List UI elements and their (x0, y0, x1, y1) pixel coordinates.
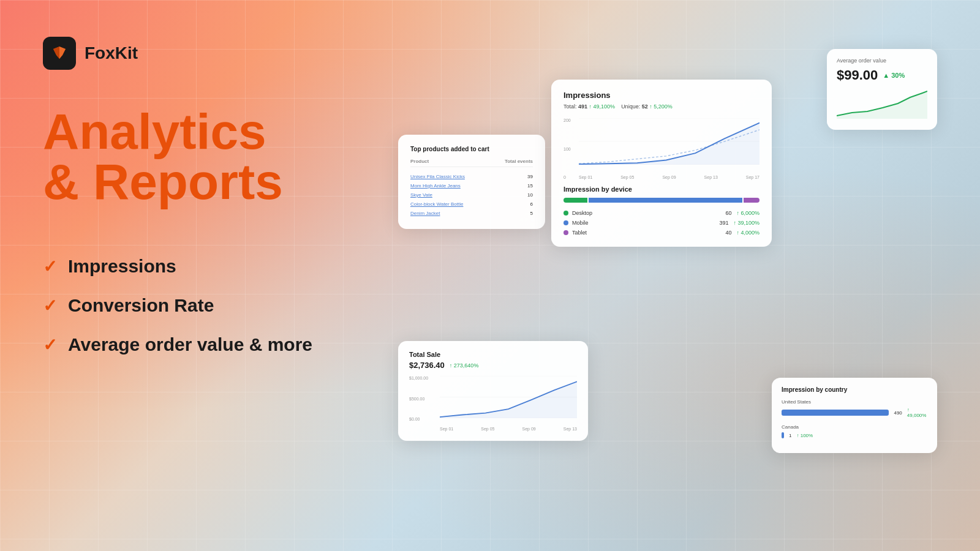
impressions-chart-area: 200 100 0 Sep 01 Sep 05 Sep 09 Sep (564, 118, 760, 179)
col-product: Product (410, 159, 429, 164)
sale-x3: Sep 09 (522, 427, 536, 431)
table-row: Skye Vate 10 (410, 190, 533, 200)
event-count-3: 10 (527, 192, 533, 198)
sale-y2: $500.00 (409, 397, 428, 401)
headline: Analytics & Reports (43, 107, 386, 207)
product-name-1: Unisex Fila Classic Kicks (410, 174, 465, 179)
impressions-title: Impressions (564, 91, 760, 100)
country-value-ca: 1 (789, 433, 791, 438)
logo-icon (43, 37, 76, 70)
feature-item-aov: ✓ Average order value & more (43, 334, 386, 355)
sale-y1: $1,000.00 (409, 376, 428, 380)
logo-area: FoxKit (43, 37, 386, 70)
dot-mobile (564, 220, 568, 225)
x-sep05: Sep 05 (620, 175, 634, 179)
device-pct-desktop: ↑ 6,000% (736, 210, 760, 216)
total-value: 491 (578, 103, 587, 110)
total-pct: ↑ 49,100% (589, 103, 616, 110)
card-country: Impression by country United States 490 … (772, 378, 937, 453)
y-label-100: 100 (564, 147, 571, 151)
headline-line2: & Reports (43, 157, 386, 207)
feature-label-impressions: Impressions (68, 256, 176, 277)
card-impressions: Impressions Total: 491 ↑ 49,100% Unique:… (551, 80, 772, 247)
table-row: Mom High Ankle Jeans 15 (410, 181, 533, 190)
card-products-title: Top products added to cart (410, 146, 533, 152)
unique-pct: ↑ 5,200% (649, 103, 673, 110)
cards-area: Top products added to cart Product Total… (343, 0, 980, 551)
product-name-4: Color-block Water Bottle (410, 201, 463, 207)
device-row-desktop: Desktop 60 ↑ 6,000% (564, 210, 760, 216)
sale-title: Total Sale (409, 351, 577, 358)
card-top-products: Top products added to cart Product Total… (398, 135, 545, 229)
check-icon-aov: ✓ (43, 335, 57, 355)
sale-value: $2,736.40 (409, 361, 445, 370)
feature-item-conversion: ✓ Conversion Rate (43, 295, 386, 316)
sale-x4: Sep 13 (564, 427, 577, 431)
unique-value: 52 (642, 103, 648, 110)
country-bar-us (782, 410, 889, 416)
svg-marker-3 (579, 123, 760, 165)
dot-desktop (564, 211, 568, 216)
chart-y-labels: 200 100 0 (564, 118, 571, 179)
product-name-2: Mom High Ankle Jeans (410, 183, 461, 189)
check-icon-conversion: ✓ (43, 296, 57, 316)
device-name-desktop: Desktop (572, 210, 592, 216)
country-bar-ca (782, 432, 784, 438)
sale-chart-wrapper: $1,000.00 $500.00 $0.00 Sep 01 Sep 05 Se… (409, 376, 577, 431)
chart-x-labels: Sep 01 Sep 05 Sep 09 Sep 13 Sep 17 (579, 175, 760, 179)
check-icon-impressions: ✓ (43, 257, 57, 277)
country-pct-us: ↑ 49,000% (907, 407, 927, 418)
table-row: Unisex Fila Classic Kicks 39 (410, 172, 533, 181)
x-sep09: Sep 09 (662, 175, 676, 179)
device-pct-tablet: ↑ 4,000% (736, 230, 760, 236)
sale-y3: $0.00 (409, 417, 428, 421)
impressions-line-chart (579, 118, 760, 165)
sale-x2: Sep 05 (481, 427, 494, 431)
feature-label-aov: Average order value & more (68, 334, 312, 355)
country-row-us: United States 490 ↑ 49,000% (782, 399, 927, 418)
device-value-desktop: 60 (725, 210, 731, 216)
table-header: Product Total events (410, 159, 533, 167)
device-title: Impression by device (564, 186, 760, 193)
sale-line-chart (440, 376, 577, 418)
sale-pct: ↑ 273,640% (450, 362, 479, 369)
event-count-1: 39 (527, 174, 533, 179)
table-row: Denim Jacket 5 (410, 209, 533, 218)
device-row-tablet: Tablet 40 ↑ 4,000% (564, 230, 760, 236)
country-row-ca: Canada 1 ↑ 100% (782, 424, 927, 438)
device-rows: Desktop 60 ↑ 6,000% Mobile 391 ↑ 39,100% (564, 210, 760, 236)
sale-value-row: $2,736.40 ↑ 273,640% (409, 361, 577, 370)
device-pct-mobile: ↑ 39,100% (733, 220, 760, 226)
col-events: Total events (505, 159, 533, 164)
country-value-us: 490 (894, 410, 902, 416)
sale-x1: Sep 01 (440, 427, 453, 431)
aov-line-chart (837, 88, 927, 119)
bar-mobile (589, 198, 743, 203)
device-name-mobile: Mobile (572, 220, 589, 226)
device-value-tablet: 40 (725, 230, 731, 236)
event-count-5: 5 (530, 211, 533, 216)
card-aov: Average order value $99.00 ▲ 30% (827, 49, 937, 130)
foxkit-logo-svg (49, 43, 70, 64)
dot-tablet (564, 230, 568, 235)
bar-desktop (564, 198, 587, 203)
svg-marker-8 (440, 381, 577, 418)
x-sep17: Sep 17 (746, 175, 760, 179)
event-count-4: 6 (530, 201, 533, 207)
country-pct-ca: ↑ 100% (796, 433, 813, 438)
event-count-2: 15 (527, 183, 533, 189)
table-row: Color-block Water Bottle 6 (410, 200, 533, 209)
y-label-200: 200 (564, 118, 571, 122)
brand-name: FoxKit (85, 43, 138, 63)
country-name-us: United States (782, 399, 927, 405)
x-sep01: Sep 01 (579, 175, 592, 179)
features-list: ✓ Impressions ✓ Conversion Rate ✓ Averag… (43, 256, 386, 355)
country-title: Impression by country (782, 386, 927, 393)
device-value-mobile: 391 (719, 220, 728, 226)
y-label-0: 0 (564, 175, 571, 179)
device-name-tablet: Tablet (572, 230, 587, 236)
aov-title: Average order value (837, 58, 927, 64)
device-bar (564, 198, 760, 203)
left-panel: FoxKit Analytics & Reports ✓ Impressions… (43, 0, 386, 551)
country-name-ca: Canada (782, 424, 927, 430)
